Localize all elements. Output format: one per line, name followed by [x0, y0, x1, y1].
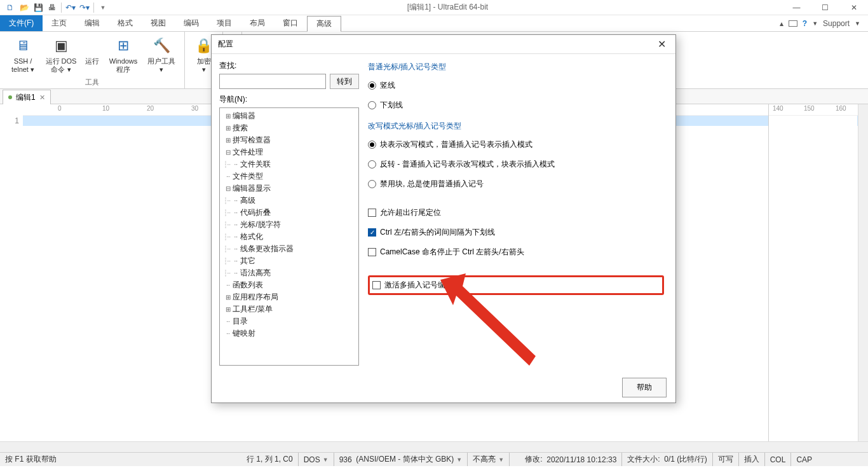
radio-icon	[368, 101, 376, 109]
checkbox-icon	[372, 281, 381, 289]
status-cap[interactable]: CAP	[791, 453, 817, 466]
maximize-button[interactable]: ☐	[811, 0, 839, 15]
find-input[interactable]	[219, 74, 326, 89]
radio-icon	[368, 81, 376, 90]
modified-indicator-icon	[8, 95, 12, 99]
option-invert-overwrite[interactable]: 反转 - 普通插入记号表示改写模式，块表示插入模式	[368, 159, 664, 170]
radio-icon	[368, 160, 376, 169]
print-icon[interactable]: 🖶	[46, 1, 58, 14]
support-link[interactable]: Support	[823, 19, 850, 28]
separator	[61, 3, 62, 13]
dialog-right-panel: 普通光标/插入记号类型 竖线 下划线 改写模式光标/插入记号类型 块表示改写模式…	[364, 60, 668, 366]
tree-item[interactable]: ┆·····语法高亮	[221, 267, 357, 279]
menu-edit[interactable]: 编辑	[76, 15, 109, 31]
ruler-mark: 20	[147, 105, 154, 112]
status-position: 行 1, 列 1, C0	[241, 453, 299, 466]
menu-home[interactable]: 主页	[43, 15, 76, 31]
option-vertical-cursor[interactable]: 竖线	[368, 80, 664, 91]
checkbox-multi-caret[interactable]: 激活多插入记号编辑	[372, 280, 453, 291]
split-panel: 140 150 160	[768, 104, 857, 441]
checkbox-icon	[368, 228, 376, 237]
nav-tree[interactable]: ⊞编辑器⊞搜索⊞拼写检查器⊟文件处理┆·····文件关联··文件类型⊟编辑器显示…	[219, 107, 359, 366]
tree-item[interactable]: ⊟文件处理	[221, 146, 357, 158]
menu-project[interactable]: 项目	[208, 15, 241, 31]
tree-item[interactable]: ┆·····线条更改指示器	[221, 243, 357, 255]
tree-item[interactable]: ┆·····文件关联	[221, 158, 357, 170]
status-readwrite[interactable]: 可写	[713, 453, 739, 466]
help-icon[interactable]: ?	[803, 19, 807, 28]
redo-icon[interactable]: ↷▾	[78, 1, 91, 14]
dialog-close-button[interactable]: ✕	[654, 38, 669, 50]
tree-item[interactable]: ··键映射	[221, 327, 357, 340]
option-underline-cursor[interactable]: 下划线	[368, 100, 664, 111]
tree-item[interactable]: ⊞工具栏/菜单	[221, 303, 357, 315]
checkbox-allow-beyond-eol[interactable]: 允许超出行尾定位	[368, 207, 664, 218]
tree-item[interactable]: ··目录	[221, 315, 357, 327]
menu-right: ▴ ? ▼ Support ▼	[780, 15, 868, 31]
highlighted-option: 激活多插入记号编辑	[368, 275, 664, 295]
menu-bar: 文件(F) 主页 编辑 格式 视图 编码 项目 布局 窗口 高级 ▴ ? ▼ S…	[0, 15, 868, 32]
close-button[interactable]: ✕	[839, 0, 868, 15]
run-dos-button[interactable]: ▣运行 DOS 命令 ▾	[43, 34, 79, 74]
status-line-ending[interactable]: DOS▼	[299, 453, 334, 466]
user-tools-button[interactable]: 🔨用户工具 ▾	[144, 34, 179, 74]
goto-button[interactable]: 转到	[330, 74, 359, 89]
ruler-mark: 150	[804, 105, 815, 112]
status-col[interactable]: COL	[765, 453, 792, 466]
status-bar: 按 F1 获取帮助 行 1, 列 1, C0 DOS▼ 936 (ANSI/OE…	[0, 452, 868, 466]
checkbox-camelcase-stop[interactable]: CamelCase 命名停止于 Ctrl 左箭头/右箭头	[368, 247, 664, 258]
ruler: 140 150 160	[769, 104, 857, 116]
group-title: 普通光标/插入记号类型	[368, 62, 664, 72]
qat-dropdown-icon[interactable]: ▼	[97, 1, 109, 14]
ssh-telnet-button[interactable]: 🖥SSH / telnet ▾	[5, 34, 41, 74]
tree-item[interactable]: ⊞应用程序布局	[221, 291, 357, 303]
open-file-icon[interactable]: 📂	[18, 1, 31, 14]
close-tab-icon[interactable]: ✕	[39, 93, 45, 102]
tree-item[interactable]: ⊞编辑器	[221, 110, 357, 122]
separator	[93, 3, 94, 13]
dropdown-icon[interactable]: ▼	[855, 20, 860, 27]
menu-layout[interactable]: 布局	[241, 15, 274, 31]
tree-item[interactable]: ┆·····光标/脱字符	[221, 219, 357, 231]
status-codepage[interactable]: 936 (ANSI/OEM - 简体中文 GBK)▼	[334, 453, 468, 466]
tree-item[interactable]: ┆·····高级	[221, 195, 357, 207]
menu-window[interactable]: 窗口	[274, 15, 307, 31]
layout-icon[interactable]	[789, 20, 797, 27]
menu-view[interactable]: 视图	[142, 15, 175, 31]
windows-program-button[interactable]: ⊞Windows 程序	[105, 34, 141, 74]
run-button[interactable]: 运行	[81, 34, 103, 65]
help-button[interactable]: 帮助	[622, 378, 667, 397]
save-icon[interactable]: 💾	[32, 1, 44, 14]
undo-icon[interactable]: ↶▾	[64, 1, 77, 14]
status-modified: 修改: 2020/11/18 10:12:33	[520, 453, 622, 466]
dropdown-icon[interactable]: ▼	[812, 20, 818, 27]
checkbox-ctrl-word-underline[interactable]: Ctrl 左/右箭头的词间间隔为下划线	[368, 227, 664, 238]
option-disable-block[interactable]: 禁用块, 总是使用普通插入记号	[368, 179, 664, 189]
tree-item[interactable]: ┆·····代码折叠	[221, 207, 357, 219]
ribbon-group-title: 工具	[5, 77, 179, 87]
menu-format[interactable]: 格式	[109, 15, 142, 31]
option-block-overwrite[interactable]: 块表示改写模式，普通插入记号表示插入模式	[368, 139, 664, 150]
horizontal-scrollbar[interactable]	[0, 441, 868, 452]
dialog-title: 配置	[218, 39, 233, 50]
status-highlight[interactable]: 不高亮▼	[468, 453, 510, 466]
document-tab[interactable]: 编辑1 ✕	[3, 90, 51, 105]
tree-item[interactable]: ┆·····其它	[221, 255, 357, 267]
dialog-footer: 帮助	[212, 372, 675, 403]
tree-item[interactable]: ⊞搜索	[221, 122, 357, 134]
tree-item[interactable]: ┆·····格式化	[221, 231, 357, 243]
tree-item[interactable]: ··文件类型	[221, 170, 357, 182]
menu-coding[interactable]: 编码	[175, 15, 208, 31]
minimize-button[interactable]: —	[782, 0, 811, 15]
window-controls: — ☐ ✕	[782, 0, 868, 15]
status-insert[interactable]: 插入	[739, 453, 765, 466]
new-file-icon[interactable]: 🗋	[4, 1, 17, 14]
vertical-scrollbar[interactable]	[858, 104, 868, 441]
tree-item[interactable]: ··函数列表	[221, 279, 357, 291]
document-tab-label: 编辑1	[16, 92, 36, 103]
menu-advanced[interactable]: 高级	[307, 16, 341, 32]
tree-item[interactable]: ⊟编辑器显示	[221, 182, 357, 195]
menu-file[interactable]: 文件(F)	[0, 15, 43, 31]
tree-item[interactable]: ⊞拼写检查器	[221, 134, 357, 146]
chevron-up-icon[interactable]: ▴	[780, 19, 783, 28]
